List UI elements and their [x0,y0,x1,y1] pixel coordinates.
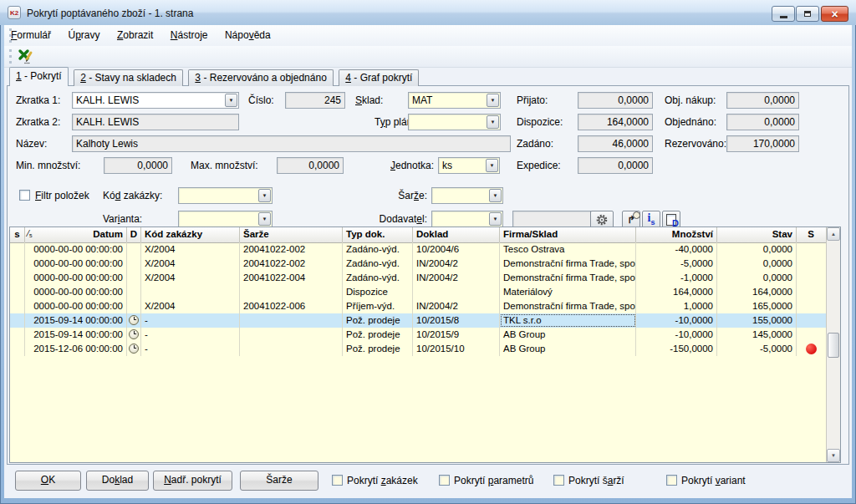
cell-d [127,299,141,313]
cell-stav: 0,0000 [717,271,797,285]
filtr-polozek-label[interactable]: Filtr položek [35,190,89,201]
cell-firma: AB Group [500,328,636,342]
cell-s [10,328,25,342]
nazev-field: Kalhoty Lewis [72,135,511,152]
scrollbar-thumb[interactable] [828,333,839,358]
column-header-stav[interactable]: Stav [717,227,797,242]
cell-stav: 0,0000 [717,257,797,271]
chevron-down-icon[interactable]: ▼ [258,189,271,202]
nadr-pokryti-button[interactable]: Nadř. pokrytí [153,471,232,491]
zkratka1-label: Zkratka 1: [16,94,60,106]
doklad-button[interactable]: Doklad [86,471,149,491]
pokryti-variant-checkbox[interactable] [666,475,677,486]
column-header-mnozstvi[interactable]: Množství [636,227,717,242]
cell-doklad: 10/2015/10 [413,342,500,356]
excel-edit-icon [18,48,34,64]
chevron-down-icon[interactable]: ▼ [487,115,499,129]
menu-item-formular[interactable]: Formulář [4,25,58,41]
cell-mnozstvi: -5,0000 [636,257,717,271]
column-header-s2[interactable]: S [797,227,825,242]
column-header-doklad[interactable]: Doklad [413,227,500,242]
table-row[interactable]: 0000-00-00 00:00:00X/200420041022-002Zad… [10,242,826,257]
cell-d [127,313,141,328]
pokryti-zakazek-label[interactable]: Pokrytí zakázek [347,475,418,486]
zkratka1-combobox[interactable]: KALH. LEWIS ▼ [72,92,239,109]
pokryti-parametru-label[interactable]: Pokrytí parametrů [454,475,533,486]
chevron-down-icon[interactable]: ▼ [489,189,502,202]
cell-typ: Příjem-výd. [343,299,413,313]
restore-button[interactable] [796,6,819,22]
cell-kod: X/2004 [141,299,240,313]
scroll-up-button[interactable]: ▲ [827,227,840,241]
menu-item-zobrazit[interactable]: Zobrazit [110,25,160,41]
cell-stav: 164,0000 [717,285,797,299]
pokryti-sarzi-label[interactable]: Pokrytí šarží [568,475,624,486]
cell-firma: Demonstrační firma Trade, spol... [500,257,636,271]
chevron-down-icon[interactable]: ▼ [258,212,271,226]
pokryti-variant-label[interactable]: Pokrytí variant [681,475,746,486]
column-header-sarze[interactable]: Šarže [240,227,343,242]
sklad-combobox[interactable]: MAT ▼ [408,92,501,109]
pokryti-zakazek-checkbox[interactable] [332,475,343,486]
table-row[interactable]: 0000-00-00 00:00:00X/200420041022-006Pří… [10,299,826,313]
app-window: K2 Pokrytí poptávaného zboží - 1. strana… [0,0,856,504]
filtr-polozek-checkbox[interactable] [19,190,30,201]
jednotka-combobox[interactable]: ks ▼ [438,157,500,174]
column-header-kod[interactable]: Kód zakázky [141,227,240,242]
column-header-datum[interactable]: ⁄₅Datum [25,227,127,242]
cislo-field: 245 [285,92,345,109]
tab-stavy-na-skladech[interactable]: 2 - Stavy na skladech [74,69,183,86]
column-header-label: Kód zakázky [145,229,202,239]
cell-s [10,257,25,271]
tab-pokryti[interactable]: 1 - Pokrytí [9,67,69,86]
table-row[interactable]: 2015-12-06 00:00:00-Pož. prodeje10/2015/… [10,342,826,356]
cell-firma: Tesco Ostrava [500,242,636,257]
tabstrip: 1 - Pokrytí 2 - Stavy na skladech 3 - Re… [9,67,852,86]
menu-item-upravy[interactable]: Úpravy [61,25,106,41]
ok-button[interactable]: OK [15,471,81,491]
chevron-down-icon[interactable]: ▼ [486,159,498,172]
column-header-d[interactable]: D [127,227,141,242]
column-header-label: Šarže [243,229,269,239]
dispozice-field: 164,0000 [578,114,653,130]
prijato-label: Přijato: [517,94,548,106]
kod-zakazky-combobox[interactable]: ▼ [178,187,273,204]
sarze-filter-label: Šarže: [344,190,427,201]
cell-sarze [240,313,343,328]
column-header-typ[interactable]: Typ dok. [343,227,413,242]
pokryti-sarzi-checkbox[interactable] [553,475,564,486]
table-row[interactable]: 2015-09-14 00:00:00-Pož. prodeje10/2015/… [10,313,826,328]
excel-edit-button[interactable] [16,47,36,65]
tab-graf-pokryti[interactable]: 4 - Graf pokrytí [339,69,419,86]
scroll-down-button[interactable]: ▼ [827,449,840,462]
table-row[interactable]: 2015-09-14 00:00:00-Pož. prodeje10/2015/… [10,328,826,342]
minimize-button[interactable] [772,6,795,22]
cell-stav: 145,0000 [717,328,797,342]
menu-item-napoveda[interactable]: Nápověda [218,25,278,41]
cell-s [10,313,25,328]
vertical-scrollbar[interactable]: ▲ ▼ [826,227,840,462]
close-button[interactable]: × [821,6,848,22]
table-row[interactable]: 0000-00-00 00:00:00X/200420041022-002Zad… [10,257,826,271]
sarze-filter-combobox[interactable]: ▼ [431,187,503,204]
dodavatel-combobox[interactable]: ▼ [431,211,503,227]
cell-mnozstvi: 164,0000 [636,285,717,299]
menu-item-nastroje[interactable]: Nástroje [164,25,215,41]
pokryti-parametru-checkbox[interactable] [439,475,450,486]
chevron-down-icon[interactable]: ▼ [489,212,502,226]
chevron-down-icon[interactable]: ▼ [487,94,499,107]
titlebar[interactable]: K2 Pokrytí poptávaného zboží - 1. strana… [0,0,856,25]
cell-s2 [797,242,825,257]
close-icon: × [831,8,838,20]
table-row[interactable]: 0000-00-00 00:00:00DispoziceMateriálový1… [10,285,826,299]
typ-planu-combobox[interactable]: ▼ [408,114,501,130]
coverage-table: s⁄₅DatumDKód zakázkyŠaržeTyp dok.DokladF… [9,227,841,463]
tab-rezervovano-a-objednano[interactable]: 3 - Rezervováno a objednáno [188,69,333,86]
column-header-firma[interactable]: Firma/Sklad [500,227,636,242]
gear-icon [595,213,609,227]
sarze-button[interactable]: Šarže [240,471,318,491]
chevron-down-icon[interactable]: ▼ [225,94,237,107]
varianta-combobox[interactable]: ▼ [178,211,273,227]
table-row[interactable]: 0000-00-00 00:00:00X/200420041022-004Zad… [10,271,826,285]
column-header-s[interactable]: s [10,227,25,242]
